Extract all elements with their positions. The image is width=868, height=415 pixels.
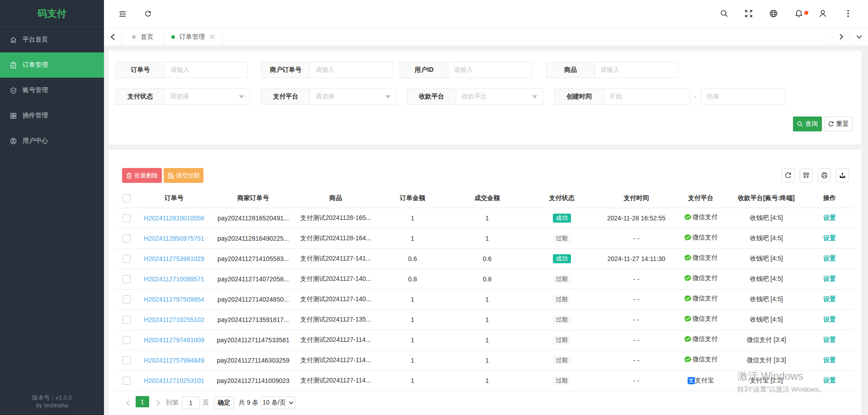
order-no-link[interactable]: H2024112710255102	[144, 316, 204, 323]
row-checkbox[interactable]	[123, 214, 131, 222]
page-1-button[interactable]: 1	[136, 396, 149, 407]
caret-down-icon	[239, 95, 244, 98]
page-number-input[interactable]: 1	[182, 396, 200, 409]
tabs-menu-icon[interactable]	[850, 28, 868, 46]
export-icon[interactable]	[836, 168, 849, 182]
paid-cell: 1	[450, 228, 524, 248]
clear-expired-button[interactable]: 清空过期	[164, 168, 203, 183]
collapse-sidebar-icon[interactable]	[119, 10, 126, 18]
sidebar-menu: 平台首页订单管理账号管理插件管理用户中心	[0, 27, 104, 154]
order-no-link[interactable]: H2024112710253101	[144, 377, 204, 384]
page-size-select[interactable]: 10 条/页	[261, 396, 295, 409]
filter-input[interactable]: 请输入	[165, 62, 248, 78]
col-product: 商品	[296, 189, 375, 208]
platform-cell: 微信支付	[684, 315, 718, 323]
order-no-link[interactable]: H2024112753981029	[144, 255, 204, 262]
search-icon[interactable]	[720, 9, 728, 18]
tabs-scroll-left-icon[interactable]	[104, 28, 122, 46]
date-end-input[interactable]: 结束	[701, 89, 785, 105]
sidebar-item-3[interactable]: 插件管理	[0, 103, 104, 128]
row-checkbox[interactable]	[123, 295, 131, 303]
tabs-scroll-right-icon[interactable]	[832, 28, 850, 46]
globe-icon[interactable]	[769, 9, 778, 18]
receiver-cell: 收钱吧 [4:5]	[728, 289, 805, 309]
settings-link[interactable]: 设置	[823, 316, 836, 323]
filter-select[interactable]: 收款平台	[456, 89, 543, 105]
fullscreen-icon[interactable]	[745, 9, 753, 18]
row-checkbox[interactable]	[123, 356, 131, 364]
order-no-link[interactable]: H2024112850975751	[144, 235, 204, 242]
settings-link[interactable]: 设置	[823, 234, 836, 242]
order-no-link[interactable]: H2024112757994849	[144, 357, 204, 364]
row-checkbox[interactable]	[123, 275, 131, 283]
tab-home[interactable]: 首页	[122, 28, 164, 46]
order-row-4: H2024112797509854pay2024112714024850...支…	[115, 289, 854, 309]
refresh-page-icon[interactable]	[145, 10, 151, 17]
order-no-link[interactable]: H2024112810010056	[144, 214, 204, 222]
settings-link[interactable]: 设置	[823, 255, 836, 262]
chevron-down-icon	[289, 401, 293, 405]
next-page-icon[interactable]	[152, 396, 164, 410]
settings-link[interactable]: 设置	[823, 336, 836, 343]
order-row-5: H2024112710255102pay2024112713591817...支…	[115, 309, 854, 330]
product-cell: 支付测试20241127-140...	[296, 289, 375, 309]
settings-link[interactable]: 设置	[823, 214, 836, 221]
kebab-menu-icon[interactable]	[847, 9, 849, 18]
user-icon[interactable]	[819, 9, 827, 18]
row-checkbox[interactable]	[123, 316, 131, 324]
status-badge: 过期	[553, 275, 571, 284]
filter-select[interactable]: 请选择	[164, 89, 250, 105]
sidebar-item-1[interactable]: 订单管理	[0, 52, 104, 78]
date-start-input[interactable]: 开始	[604, 89, 690, 105]
tab-order-management[interactable]: 订单管理	[164, 28, 223, 46]
tab-close-icon[interactable]	[210, 34, 215, 39]
order-no-link[interactable]: H2024112797481009	[144, 336, 204, 344]
page-unit-label: 页	[203, 396, 209, 410]
sidebar-item-0[interactable]: 平台首页	[0, 27, 104, 52]
confirm-page-button[interactable]: 确定	[214, 396, 234, 409]
reset-button[interactable]: 重置	[824, 117, 853, 131]
platform-cell: 微信支付	[684, 355, 718, 364]
goto-page-label: 到第	[166, 396, 179, 410]
order-no-link[interactable]: H2024112797509854	[144, 296, 204, 303]
filter-label: 商品	[546, 62, 594, 78]
print-icon[interactable]	[818, 168, 831, 182]
total-count-label: 共 9 条	[239, 396, 259, 410]
row-checkbox[interactable]	[123, 255, 131, 263]
prev-page-icon[interactable]	[122, 396, 134, 410]
col-status: 支付状态	[524, 189, 599, 208]
table-refresh-icon[interactable]	[782, 168, 795, 182]
bell-icon[interactable]	[795, 9, 803, 18]
row-checkbox[interactable]	[123, 336, 131, 344]
filter-input[interactable]: 请输入	[594, 62, 679, 78]
version-info: 版本号：v1.0.0 by techhaha	[0, 394, 104, 409]
filter-input[interactable]: 请输入	[448, 62, 532, 78]
select-all-checkbox[interactable]	[123, 194, 131, 202]
settings-link[interactable]: 设置	[823, 295, 836, 303]
settings-link[interactable]: 设置	[823, 377, 836, 384]
status-badge: 过期	[553, 234, 571, 243]
row-checkbox[interactable]	[123, 234, 131, 242]
platform-cell: 微信支付	[684, 233, 718, 242]
filter-select[interactable]: 请选择	[310, 89, 396, 105]
settings-link[interactable]: 设置	[823, 275, 836, 282]
batch-delete-button[interactable]: 批量删除	[122, 168, 162, 183]
platform-label: 微信支付	[693, 274, 718, 282]
wechat-pay-icon	[684, 356, 692, 364]
merchant-no-cell: pay2024112816520491...	[210, 208, 296, 228]
paid-cell: 1	[450, 350, 524, 370]
sidebar-item-2[interactable]: 账号管理	[0, 78, 104, 103]
filter-input[interactable]: 请输入	[310, 62, 393, 78]
settings-link[interactable]: 设置	[823, 356, 836, 364]
order-no-link[interactable]: H2024112710099571	[144, 275, 204, 283]
row-checkbox[interactable]	[123, 377, 131, 385]
batch-delete-label: 批量删除	[134, 172, 158, 180]
tab-label: 订单管理	[179, 33, 205, 41]
sidebar-item-4[interactable]: 用户中心	[0, 128, 104, 154]
col-pay-time: 支付时间	[599, 189, 674, 208]
search-button[interactable]: 查询	[793, 117, 822, 131]
top-header	[104, 0, 868, 28]
status-badge: 成功	[553, 214, 571, 223]
filter-label: 商户订单号	[261, 62, 310, 78]
filter-columns-icon[interactable]	[800, 168, 813, 182]
